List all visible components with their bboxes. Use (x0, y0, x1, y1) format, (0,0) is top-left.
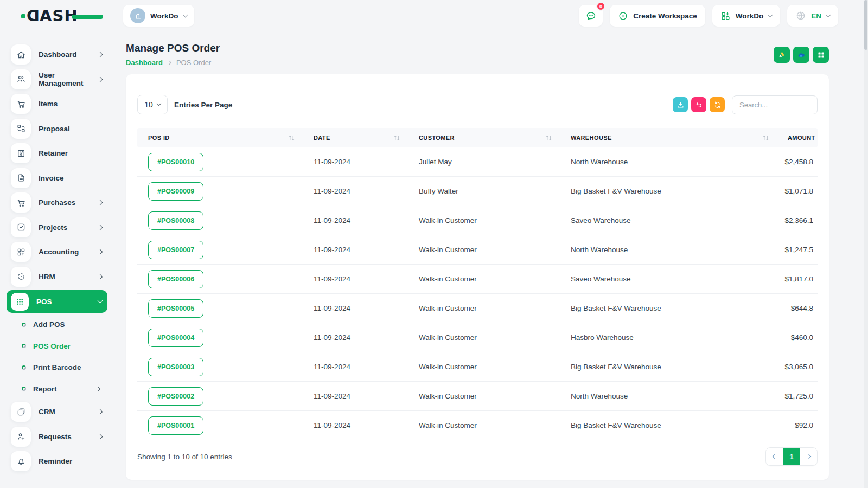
bullet-icon (22, 387, 26, 391)
scrollbar-thumb[interactable] (864, 0, 867, 50)
column-header-date[interactable]: DATE (303, 134, 408, 141)
breadcrumb-dashboard-link[interactable]: Dashboard (126, 59, 163, 67)
pos-id-link[interactable]: #POS00010 (148, 153, 203, 171)
cell-amount: $2,366.1 (777, 216, 818, 224)
pos-id-link[interactable]: #POS00001 (148, 416, 203, 435)
pos-id-link[interactable]: #POS00002 (148, 387, 203, 406)
sidebar-item-user-management[interactable]: User Management (7, 67, 107, 92)
topbar-right: 0 Create Workspace WorkDo EN (579, 5, 838, 27)
projects-check-icon (11, 217, 31, 237)
sidebar-item-dashboard[interactable]: Dashboard (7, 42, 107, 67)
chevron-right-icon (98, 434, 103, 439)
cell-amount: $460.0 (777, 333, 818, 342)
entries-summary: Showing 1 to 10 of 10 entries (137, 453, 232, 461)
cell-amount: $1,817.0 (777, 275, 818, 283)
pos-order-table: POS ID DATE CUSTOMER WAREHOUSE AMOUNT (137, 128, 818, 440)
pos-id-link[interactable]: #POS00004 (148, 329, 203, 347)
pos-id-link[interactable]: #POS00008 (148, 211, 203, 230)
app-logo[interactable]: DASH (26, 7, 107, 25)
cell-customer: Walk-in Customer (408, 333, 560, 342)
sidebar-item-hrm[interactable]: HRM (7, 265, 107, 290)
sidebar-item-retainer[interactable]: Retainer (7, 141, 107, 166)
column-header-amount[interactable]: AMOUNT (777, 134, 820, 141)
grid-view-button[interactable] (813, 47, 829, 63)
download-icon (676, 101, 685, 109)
cell-date: 11-09-2024 (303, 304, 408, 312)
pos-id-link[interactable]: #POS00006 (148, 270, 203, 288)
sidebar-item-purchases[interactable]: Purchases (7, 190, 107, 215)
cell-warehouse: Big Basket F&V Warehouse (560, 363, 777, 371)
breadcrumb: Dashboard POS Order (126, 59, 220, 67)
cell-warehouse: Saveo Warehouse (560, 216, 777, 224)
column-header-pos-id[interactable]: POS ID (137, 134, 303, 141)
sidebar-item-items[interactable]: Items (7, 92, 107, 117)
messages-button[interactable]: 0 (579, 5, 603, 27)
refresh-button[interactable] (710, 97, 725, 112)
pos-order-card: 10 Entries Per Page POS ID (126, 74, 829, 480)
next-page-button[interactable] (800, 447, 817, 466)
onedrive-button[interactable] (793, 47, 809, 63)
cell-date: 11-09-2024 (303, 158, 408, 166)
cell-date: 11-09-2024 (303, 363, 408, 371)
scrollbar[interactable] (864, 0, 868, 488)
table-row: #POS00010 11-09-2024 Juliet May North Wa… (137, 147, 818, 177)
create-workspace-button[interactable]: Create Workspace (610, 5, 705, 27)
pos-id-link[interactable]: #POS00009 (148, 182, 203, 201)
column-header-warehouse[interactable]: WAREHOUSE (560, 134, 777, 141)
undo-icon (695, 101, 703, 109)
workspace-chip[interactable]: WorkDo (123, 5, 194, 27)
cell-customer: Walk-in Customer (408, 363, 560, 371)
cell-amount: $3,065.0 (777, 363, 818, 371)
cell-amount: $1,725.0 (777, 392, 818, 400)
cell-customer: Buffy Walter (408, 187, 560, 195)
home-icon (11, 44, 31, 65)
table-row: #POS00002 11-09-2024 Walk-in Customer No… (137, 382, 818, 411)
sidebar-subitem-pos-order[interactable]: POS Order (7, 336, 107, 357)
sidebar-item-reminder[interactable]: Reminder (7, 449, 107, 474)
sidebar-item-projects[interactable]: Projects (7, 215, 107, 240)
workspace-chip-label: WorkDo (150, 12, 178, 20)
page-title: Manage POS Order (126, 42, 220, 54)
sidebar-item-label: Dashboard (39, 50, 91, 59)
cell-customer: Walk-in Customer (408, 392, 560, 400)
cell-warehouse: Hasbro Warehouse (560, 333, 777, 342)
sidebar-subitem-label: POS Order (33, 342, 107, 350)
user-plus-icon (11, 427, 31, 447)
cell-amount: $92.0 (777, 421, 818, 429)
column-header-customer[interactable]: CUSTOMER (408, 134, 560, 141)
sidebar-item-invoice[interactable]: Invoice (7, 166, 107, 191)
google-drive-button[interactable] (774, 47, 790, 63)
sidebar-item-crm[interactable]: CRM (7, 400, 107, 425)
crm-icon (11, 402, 31, 422)
workspace-switcher-button[interactable]: WorkDo (712, 5, 781, 27)
plus-circle-icon (618, 11, 628, 21)
search-input[interactable] (732, 95, 818, 114)
sort-icon (545, 135, 552, 141)
logo-dot (21, 14, 25, 18)
sidebar-item-label: User Management (39, 71, 91, 87)
sidebar-item-proposal[interactable]: Proposal (7, 117, 107, 142)
export-download-button[interactable] (673, 97, 688, 112)
entries-per-page-select[interactable]: 10 (137, 95, 168, 114)
pos-id-link[interactable]: #POS00005 (148, 299, 203, 318)
language-selector[interactable]: EN (787, 5, 838, 27)
pos-id-link[interactable]: #POS00003 (148, 358, 203, 376)
sidebar-subitem-add-pos[interactable]: Add POS (7, 314, 107, 336)
sidebar-item-label: Purchases (39, 198, 91, 207)
sidebar-item-pos[interactable]: POS (7, 290, 107, 313)
sidebar-subitem-label: Add POS (33, 320, 107, 329)
sidebar-item-label: Proposal (39, 125, 102, 133)
pos-id-link[interactable]: #POS00007 (148, 241, 203, 259)
breadcrumb-current: POS Order (176, 59, 211, 67)
sidebar-item-label: Requests (39, 433, 91, 441)
sidebar-subitem-report[interactable]: Report (7, 378, 107, 400)
cell-warehouse: Saveo Warehouse (560, 275, 777, 283)
sort-icon (393, 135, 400, 141)
sidebar-subitem-print-barcode[interactable]: Print Barcode (7, 357, 107, 378)
hrm-icon (11, 267, 31, 287)
sidebar-item-requests[interactable]: Requests (7, 425, 107, 450)
previous-page-button[interactable] (766, 447, 783, 466)
reset-undo-button[interactable] (691, 97, 706, 112)
sidebar-item-accounting[interactable]: Accounting (7, 240, 107, 265)
grid-plus-icon (720, 11, 731, 21)
